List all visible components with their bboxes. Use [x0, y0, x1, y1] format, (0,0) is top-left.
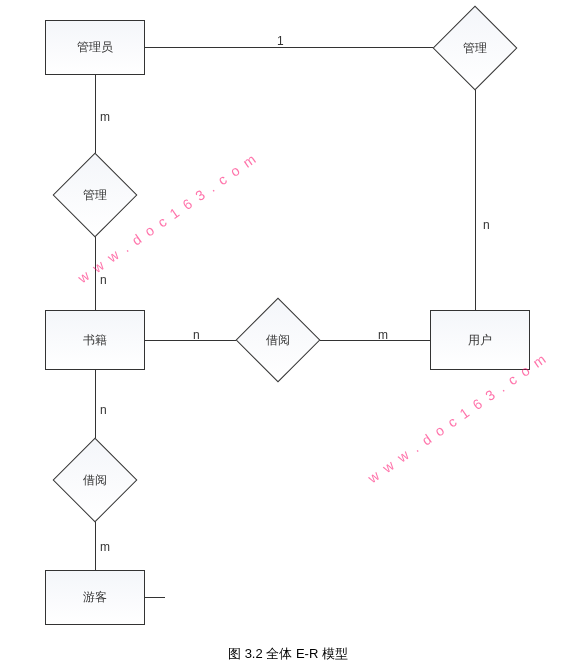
entity-guest: 游客	[45, 570, 145, 625]
watermark: w w w . d o c 1 6 3 . c o m	[365, 350, 550, 486]
edge-book-borrow-mid	[145, 340, 236, 341]
relationship-borrow-bottom-label: 借阅	[83, 472, 107, 489]
relationship-borrow-bottom: 借阅	[65, 450, 125, 510]
edge-manage-left-book	[95, 237, 96, 310]
cardinality-borrow-mid-user: m	[378, 328, 388, 342]
relationship-manage-left-label: 管理	[83, 187, 107, 204]
cardinality-borrow-bottom-guest: m	[100, 540, 110, 554]
entity-user-label: 用户	[468, 332, 492, 349]
cardinality-admin-manage-top: 1	[277, 34, 284, 48]
cardinality-book-borrow-mid: n	[193, 328, 200, 342]
edge-manage-top-user-v	[475, 90, 476, 310]
entity-book: 书籍	[45, 310, 145, 370]
edge-borrow-bottom-guest	[95, 522, 96, 570]
cardinality-admin-manage-left: m	[100, 110, 110, 124]
edge-admin-manage-left	[95, 75, 96, 153]
edge-book-borrow-bottom	[95, 370, 96, 438]
cardinality-manage-top-user: n	[483, 218, 490, 232]
relationship-manage-top: 管理	[445, 18, 505, 78]
entity-user: 用户	[430, 310, 530, 370]
edge-borrow-mid-user	[320, 340, 430, 341]
edge-guest-stub	[145, 597, 165, 598]
entity-guest-label: 游客	[83, 589, 107, 606]
figure-caption: 图 3.2 全体 E-R 模型	[0, 645, 576, 663]
entity-admin: 管理员	[45, 20, 145, 75]
cardinality-manage-left-book: n	[100, 273, 107, 287]
relationship-borrow-mid-label: 借阅	[266, 332, 290, 349]
relationship-borrow-mid: 借阅	[248, 310, 308, 370]
relationship-manage-top-label: 管理	[463, 40, 487, 57]
edge-admin-manage-top	[145, 47, 433, 48]
entity-book-label: 书籍	[83, 332, 107, 349]
entity-admin-label: 管理员	[77, 39, 113, 56]
relationship-manage-left: 管理	[65, 165, 125, 225]
cardinality-book-borrow-bottom: n	[100, 403, 107, 417]
